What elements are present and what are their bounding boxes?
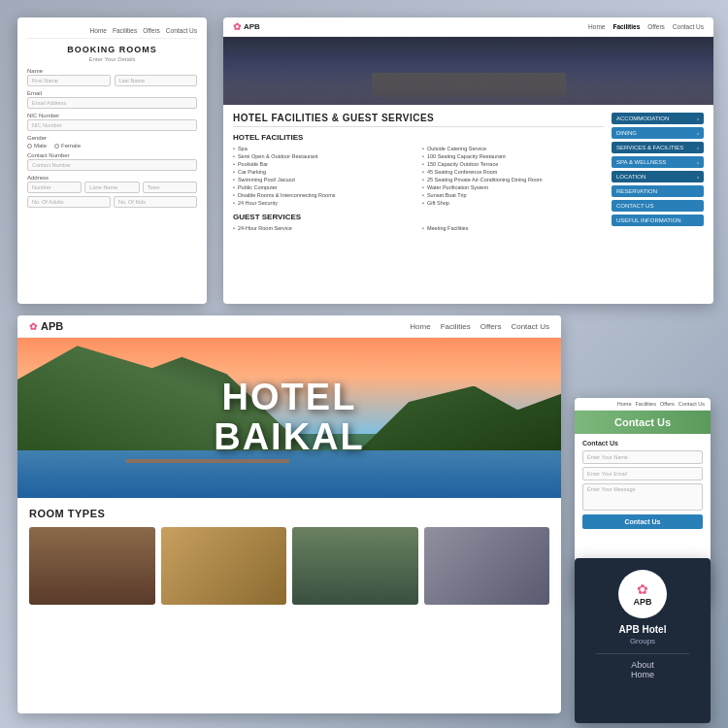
contact-body: Contact Us Enter Your Name Enter Your Em… (575, 434, 711, 535)
guest-item: Meeting Facilities (422, 224, 604, 232)
hotel-hero: HOTEL BAIKAL (17, 338, 561, 498)
nav-contact[interactable]: Contact Us (166, 27, 197, 34)
hotel-hero-text: HOTEL BAIKAL (214, 378, 365, 459)
conference-table (372, 73, 566, 97)
contact-input[interactable]: Contact Number (27, 159, 197, 171)
facilities-main: HOTEL FACILITIES & GUEST SERVICES HOTEL … (233, 113, 604, 232)
apb-logo-inner: ✿ APB (633, 581, 651, 607)
logo-flower-icon: ✿ (233, 21, 241, 32)
contact-name-input[interactable]: Enter Your Name (582, 450, 703, 464)
kids-input[interactable]: No. Of Kids (114, 196, 197, 208)
main-nav-offers[interactable]: Offers (480, 322, 502, 331)
guest-col2: Meeting Facilities (422, 224, 604, 232)
hotel-name-line2: BAIKAL (214, 418, 365, 459)
sidebar-btn-services[interactable]: SERVICES & FACILITIES › (612, 142, 704, 153)
hotel-facilities-title: HOTEL FACILITIES (233, 133, 604, 142)
contact-nav-facilities[interactable]: Facilities (635, 401, 655, 407)
hero-bridge (126, 459, 289, 463)
guest-columns: 24-Hour Room Service Meeting Facilities (233, 224, 604, 232)
fac-item: Poolside Bar (233, 160, 414, 168)
nav-offers[interactable]: Offers (143, 27, 160, 34)
main-nav-links: Home Facilities Offers Contact Us (410, 322, 549, 331)
first-name-input[interactable]: First Name (27, 75, 111, 86)
nav-facilities[interactable]: Facilities (113, 27, 137, 34)
town-input[interactable]: Town (143, 182, 197, 193)
contact-message-input[interactable]: Enter Your Message (582, 483, 703, 511)
fac-item: 45 Seating Conference Room (422, 168, 604, 176)
nic-label: NIC Number (27, 113, 197, 118)
guest-col1: 24-Hour Room Service (233, 224, 414, 232)
contact-email-input[interactable]: Enter Your Email (582, 467, 703, 480)
nic-input[interactable]: NIC Number (27, 119, 197, 131)
last-name-input[interactable]: Last Name (115, 75, 198, 86)
adults-input[interactable]: No. Of Adults (27, 196, 111, 208)
contact-submit-button[interactable]: Contact Us (582, 514, 703, 529)
gender-radio-group: Male Female (27, 143, 197, 149)
nav-home[interactable]: Home (90, 27, 107, 34)
fac-item: Sunset Boat Trip (422, 191, 604, 199)
contact-nav-home[interactable]: Home (617, 401, 632, 407)
sidebar-btn-reservation[interactable]: RESERVATION (612, 185, 704, 197)
main-nav-home[interactable]: Home (410, 322, 430, 331)
fac-item: Car Parking (233, 168, 414, 176)
facilities-sidebar: ACCOMMODATION › DINING › SERVICES & FACI… (612, 113, 704, 232)
male-radio[interactable]: Male (27, 143, 47, 149)
room-card-2[interactable] (161, 527, 287, 605)
lane-input[interactable]: Lane-Name (84, 182, 139, 193)
hotel-name-line1: HOTEL (214, 378, 365, 418)
female-radio-circle (54, 144, 59, 149)
booking-nav: Home Facilities Offers Contact Us (27, 27, 197, 39)
sidebar-btn-contact[interactable]: CONTACT US (612, 200, 704, 212)
contact-nav-offers[interactable]: Offers (660, 401, 675, 407)
apb-home-link[interactable]: Home (631, 670, 654, 679)
email-input[interactable]: Email Address (27, 97, 197, 109)
apb-logo: ✿ APB (618, 570, 667, 618)
fac-nav-offers[interactable]: Offers (647, 23, 665, 30)
facilities-hero (223, 37, 713, 105)
main-nav: ✿ APB Home Facilities Offers Contact Us (17, 315, 561, 338)
facilities-col1: Spa Semi Open & Outdoor Restaurant Pools… (233, 145, 414, 207)
room-card-4[interactable] (424, 527, 550, 605)
fac-item: Gift Shop (422, 199, 604, 207)
apb-logo-text: APB (633, 597, 651, 607)
apb-about-link[interactable]: About (631, 660, 654, 670)
contact-mini-nav: Home Facilities Offers Contact Us (575, 398, 711, 411)
facilities-nav: ✿ APB Home Facilities Offers Contact Us (223, 17, 713, 37)
fac-item: 25 Seating Private Air-Conditioning Dini… (422, 176, 604, 183)
female-radio[interactable]: Female (54, 143, 81, 149)
sidebar-btn-info[interactable]: USEFUL INFORMATION (612, 215, 704, 226)
facilities-logo: ✿ APB (233, 21, 260, 32)
main-nav-facilities[interactable]: Facilities (441, 322, 471, 331)
main-panel: ✿ APB Home Facilities Offers Contact Us … (17, 315, 561, 713)
fac-nav-facilities[interactable]: Facilities (612, 23, 640, 30)
gender-label: Gender (27, 135, 197, 141)
contact-section-label: Contact Us (582, 440, 703, 447)
fac-item: Disable Rooms & Interconnecting Rooms (233, 191, 414, 199)
apb-groups-label: Groups (630, 637, 655, 645)
fac-item: Semi Open & Outdoor Restaurant (233, 152, 414, 160)
room-card-1[interactable] (29, 527, 155, 605)
apb-panel: ✿ APB APB Hotel Groups About Home (575, 558, 711, 723)
contact-nav-contact[interactable]: Contact Us (678, 401, 705, 407)
fac-nav-contact[interactable]: Contact Us (673, 23, 704, 30)
sidebar-btn-spa[interactable]: SPA & WELLNESS › (612, 156, 704, 168)
apb-hotel-name: APB Hotel (619, 624, 667, 635)
facilities-col2: Outside Catering Service 100 Seating Cap… (422, 145, 604, 207)
fac-item: Outside Catering Service (422, 145, 604, 152)
contact-label: Contact Number (27, 152, 197, 158)
male-radio-circle (27, 144, 32, 149)
fac-item: 150 Capacity Outdoor Terrace (422, 160, 604, 168)
sidebar-btn-accommodation[interactable]: ACCOMMODATION › (612, 113, 704, 124)
room-card-3[interactable] (292, 527, 418, 605)
main-nav-contact[interactable]: Contact Us (511, 322, 549, 331)
sidebar-btn-dining[interactable]: DINING › (612, 127, 704, 139)
fac-nav-home[interactable]: Home (588, 23, 605, 30)
facilities-content: HOTEL FACILITIES & GUEST SERVICES HOTEL … (223, 105, 713, 240)
sidebar-btn-location[interactable]: LOCATION › (612, 171, 704, 182)
apb-divider (596, 653, 689, 654)
booking-subtitle: Enter Your Details (27, 56, 197, 62)
contact-title: Contact Us (614, 416, 671, 428)
main-logo-flower-icon: ✿ (29, 321, 37, 332)
number-input[interactable]: Number (27, 182, 82, 193)
fac-item: Swimming Pool/ Jacuzzi (233, 176, 414, 183)
